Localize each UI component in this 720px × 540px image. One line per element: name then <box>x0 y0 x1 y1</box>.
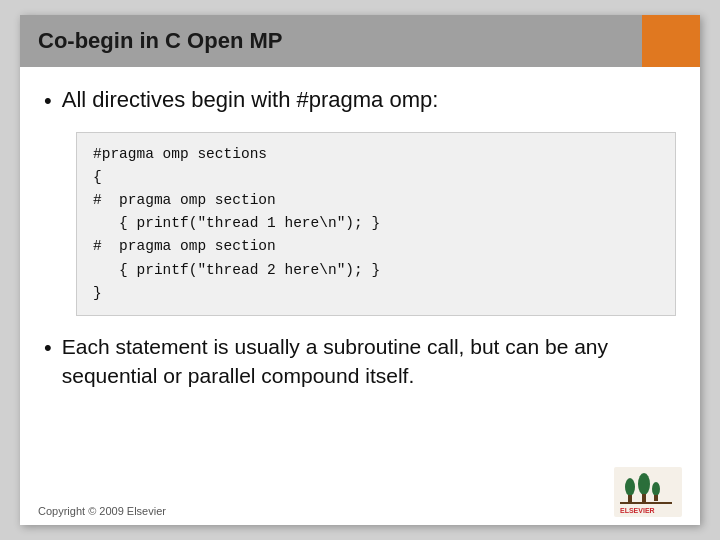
svg-rect-4 <box>642 494 646 503</box>
slide: Co-begin in C Open MP • All directives b… <box>20 15 700 525</box>
svg-point-1 <box>625 478 635 496</box>
code-block: #pragma omp sections { # pragma omp sect… <box>76 132 676 316</box>
orange-accent <box>642 15 700 67</box>
svg-rect-7 <box>620 502 672 504</box>
svg-point-3 <box>638 473 650 495</box>
bullet-text-2: Each statement is usually a subroutine c… <box>62 332 676 391</box>
slide-content: • All directives begin with #pragma omp:… <box>20 67 700 463</box>
elsevier-logo: ELSEVIER <box>614 467 682 517</box>
svg-rect-6 <box>654 495 658 501</box>
bullet-text-1: All directives begin with #pragma omp: <box>62 85 439 115</box>
bullet-item-1: • All directives begin with #pragma omp: <box>44 85 676 116</box>
svg-point-5 <box>652 482 660 496</box>
copyright-text: Copyright © 2009 Elsevier <box>38 505 166 517</box>
bullet-item-2: • Each statement is usually a subroutine… <box>44 332 676 391</box>
svg-text:ELSEVIER: ELSEVIER <box>620 507 655 514</box>
slide-footer: Copyright © 2009 Elsevier <box>20 463 700 525</box>
svg-rect-2 <box>628 495 632 503</box>
slide-header: Co-begin in C Open MP <box>20 15 700 67</box>
slide-title: Co-begin in C Open MP <box>38 28 282 54</box>
bullet-dot-2: • <box>44 334 52 363</box>
bullet-dot-1: • <box>44 87 52 116</box>
